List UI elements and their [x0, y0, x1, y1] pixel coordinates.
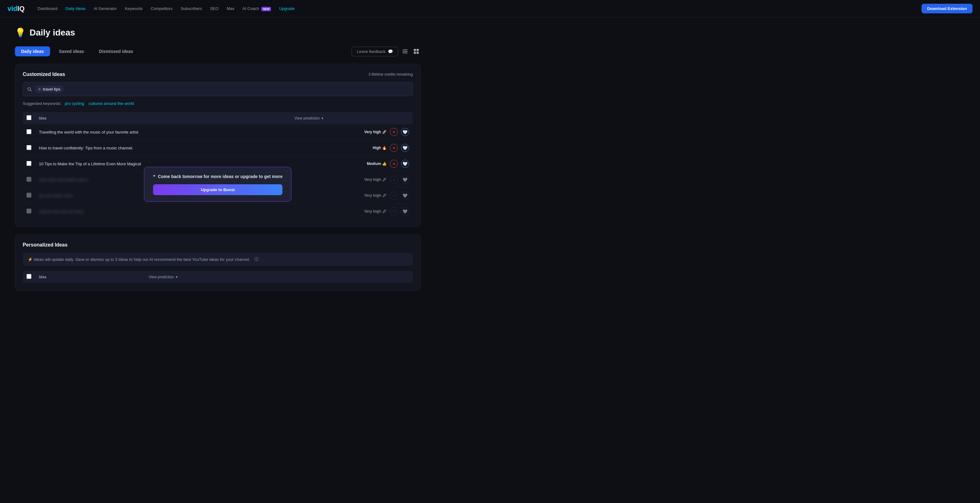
- dismiss-button-disabled: ✕: [390, 207, 398, 215]
- search-icon: [27, 87, 32, 92]
- svg-rect-0: [402, 49, 407, 50]
- select-all-checkbox[interactable]: [27, 115, 32, 120]
- tabs-row: Daily ideas Saved ideas Dismissed ideas …: [15, 46, 421, 56]
- svg-rect-2: [402, 53, 407, 53]
- prediction-col: Very high 🚀 ✕ 🤍: [294, 128, 409, 136]
- feedback-label: Leave feedback: [357, 49, 385, 54]
- view-prediction-button[interactable]: View prediction ▾: [294, 116, 323, 121]
- search-tag-text: travel tips: [43, 87, 60, 92]
- nav-upgrade[interactable]: Upgrade: [276, 4, 298, 13]
- tooltip-text: ❝ Come back tomorrow for more ideas or u…: [153, 174, 283, 180]
- svg-line-8: [30, 90, 32, 91]
- save-button[interactable]: 🤍: [401, 160, 409, 168]
- download-extension-button[interactable]: Download Extension: [921, 4, 972, 13]
- svg-rect-1: [402, 51, 407, 52]
- nav-links: Dashboard Daily Ideas AI Generator Keywo…: [35, 4, 921, 13]
- personalized-ideas-card: Personalized Ideas ⚡ Ideas will update d…: [15, 234, 421, 291]
- personalized-select-all[interactable]: [27, 274, 32, 279]
- feedback-icon: 💬: [388, 49, 393, 54]
- search-tag: ✕ travel tips: [35, 86, 64, 93]
- prediction-col: Medium 👍 ✕ 🤍: [294, 160, 409, 168]
- idea-text: Travelling the world with the music of y…: [35, 124, 291, 140]
- prediction-col: Very high 🚀 ✕ 🤍: [294, 175, 409, 184]
- personalized-col-pred: View prediction ▾: [145, 271, 413, 283]
- card-header: Customized Ideas 3 lifetime credits rema…: [23, 72, 413, 77]
- customized-ideas-card: Customized Ideas 3 lifetime credits rema…: [15, 64, 421, 227]
- list-view-icon[interactable]: [401, 47, 409, 56]
- nav-ai-coach[interactable]: AI Coach NEW: [239, 4, 274, 13]
- nav-ai-generator[interactable]: AI Generator: [91, 4, 120, 13]
- save-button-disabled: 🤍: [401, 175, 409, 184]
- nav-dashboard[interactable]: Dashboard: [35, 4, 60, 13]
- leave-feedback-button[interactable]: Leave feedback 💬: [352, 47, 398, 56]
- score-label: High 🔥: [373, 146, 387, 150]
- dismiss-button-disabled: ✕: [390, 191, 398, 199]
- tag-close-icon[interactable]: ✕: [38, 87, 41, 92]
- svg-rect-6: [417, 52, 419, 54]
- customized-title: Customized Ideas: [23, 72, 65, 77]
- chevron-down-icon: ▾: [321, 116, 323, 121]
- row-checkbox[interactable]: [27, 129, 32, 134]
- personalized-view-prediction-button[interactable]: View prediction ▾: [149, 275, 178, 279]
- prediction-col: Very high 🚀 ✕ 🤍: [294, 191, 409, 199]
- suggested-keywords: Suggested keywords: pro cycling cultures…: [23, 101, 413, 106]
- nav-max[interactable]: Max: [224, 4, 238, 13]
- col-pred-header: View prediction ▾: [291, 112, 413, 124]
- row-checkbox[interactable]: [27, 145, 32, 150]
- dismiss-button[interactable]: ✕: [390, 160, 398, 168]
- upgrade-to-boost-button[interactable]: Upgrade to Boost: [153, 184, 283, 195]
- info-icon: ⓘ: [255, 256, 259, 262]
- row-checkbox: [27, 193, 32, 197]
- nav-keywords[interactable]: Keywords: [122, 4, 146, 13]
- save-button[interactable]: 🤍: [401, 128, 409, 136]
- idea-text: How to travel confidently: Tips from a m…: [35, 140, 291, 156]
- nav-daily-ideas[interactable]: Daily Ideas: [62, 4, 89, 13]
- logo-vid: vid: [8, 5, 18, 13]
- dismiss-button[interactable]: ✕: [390, 144, 398, 152]
- personalized-title: Personalized Ideas: [23, 242, 67, 248]
- save-button-disabled: 🤍: [401, 207, 409, 215]
- navbar: vidIQ Dashboard Daily Ideas AI Generator…: [0, 0, 980, 18]
- table-row: Travelling the world with the music of y…: [23, 124, 413, 140]
- table-row: How to travel confidently: Tips from a m…: [23, 140, 413, 156]
- personalized-header-row: Idea View prediction ▾: [23, 271, 413, 283]
- quote-icon: ❝: [153, 174, 156, 179]
- info-text: ⚡ Ideas will update daily. Save or dismi…: [28, 257, 250, 262]
- tab-daily-ideas[interactable]: Daily ideas: [15, 46, 50, 56]
- logo-iq: IQ: [18, 5, 25, 13]
- nav-subscribers[interactable]: Subscribers: [178, 4, 205, 13]
- page-icon: 💡: [15, 27, 26, 38]
- idea-text-blurred: culture food and art story: [35, 204, 291, 220]
- row-checkbox: [27, 177, 32, 182]
- personalized-card-header: Personalized Ideas: [23, 242, 413, 248]
- nav-seo[interactable]: SEO: [207, 4, 221, 13]
- page-content: 💡 Daily ideas Daily ideas Saved ideas Di…: [0, 18, 436, 308]
- grid-view-icon[interactable]: [412, 47, 421, 56]
- svg-rect-5: [414, 52, 416, 54]
- ideas-table: Idea View prediction ▾ Travelling th: [23, 112, 413, 219]
- logo: vidIQ: [8, 5, 25, 13]
- ideas-table-wrap: Idea View prediction ▾ Travelling th: [23, 112, 413, 219]
- table-row: culture food and art story Very high 🚀 ✕…: [23, 204, 413, 220]
- personalized-ideas-table: Idea View prediction ▾: [23, 271, 413, 283]
- search-bar[interactable]: ✕ travel tips: [23, 82, 413, 96]
- tab-dismissed-ideas[interactable]: Dismissed ideas: [93, 46, 139, 56]
- keyword-cultures[interactable]: cultures around the world: [89, 101, 134, 106]
- keyword-pro-cycling[interactable]: pro cycling: [65, 101, 84, 106]
- col-idea-header: Idea: [35, 112, 291, 124]
- table-header-row: Idea View prediction ▾: [23, 112, 413, 124]
- save-button[interactable]: 🤍: [401, 144, 409, 152]
- nav-competitors[interactable]: Competitors: [148, 4, 175, 13]
- score-label: Medium 👍: [367, 162, 387, 166]
- page-title: 💡 Daily ideas: [15, 27, 421, 38]
- row-checkbox[interactable]: [27, 161, 32, 166]
- score-label: Very high 🚀: [364, 209, 387, 213]
- score-label: Very high 🚀: [364, 130, 387, 134]
- dismiss-button[interactable]: ✕: [390, 128, 398, 136]
- new-badge: NEW: [261, 7, 271, 11]
- page-title-text: Daily ideas: [30, 28, 75, 38]
- upgrade-tooltip: ❝ Come back tomorrow for more ideas or u…: [144, 167, 291, 202]
- score-label: Very high 🚀: [364, 193, 387, 197]
- tab-saved-ideas[interactable]: Saved ideas: [52, 46, 90, 56]
- svg-rect-4: [417, 49, 419, 51]
